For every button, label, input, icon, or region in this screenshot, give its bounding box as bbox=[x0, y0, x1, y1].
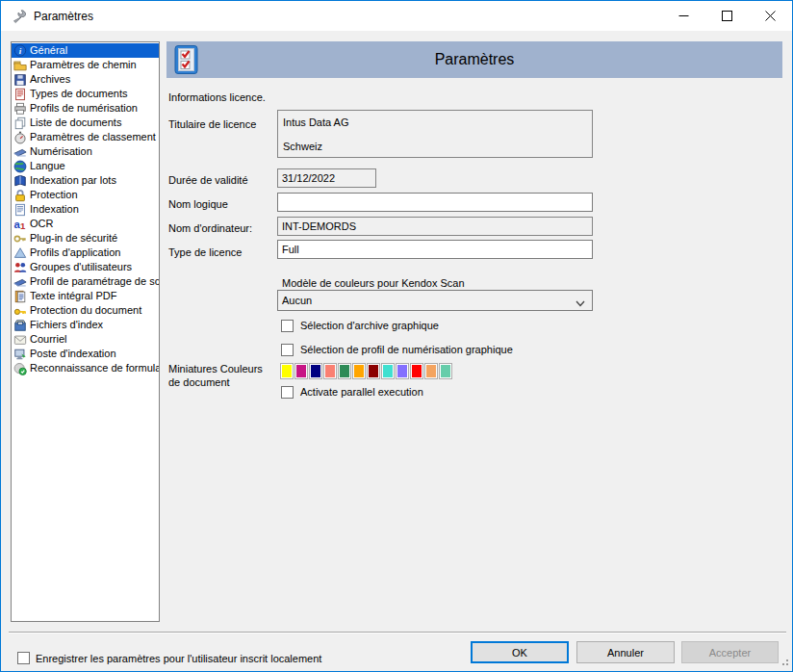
sidebar-item-label: Courriel bbox=[30, 332, 67, 347]
computer-name-label: Nom d'ordinateur: bbox=[168, 222, 252, 234]
sidebar-item-label: Langue bbox=[30, 159, 65, 173]
sidebar-item[interactable]: Types de documents bbox=[12, 87, 159, 101]
sidebar-item[interactable]: Archives bbox=[12, 72, 159, 87]
sidebar-item[interactable]: Courriel bbox=[12, 332, 159, 347]
cancel-button[interactable]: Annuler bbox=[576, 641, 675, 663]
ok-button[interactable]: OK bbox=[471, 641, 569, 663]
archive-selection-checkbox[interactable] bbox=[281, 320, 294, 332]
color-swatch-fill bbox=[354, 365, 364, 377]
sidebar-item-label: Liste de documents bbox=[30, 116, 121, 130]
color-swatch[interactable] bbox=[396, 363, 409, 379]
color-swatch-fill bbox=[441, 365, 450, 377]
sidebar-item-label: Profils de numérisation bbox=[30, 101, 138, 116]
document-key-icon bbox=[13, 304, 27, 318]
logical-name-input[interactable] bbox=[277, 193, 593, 212]
maximize-button[interactable] bbox=[705, 1, 749, 31]
form-recognition-icon bbox=[13, 362, 27, 375]
color-model-label: Modèle de couleurs pour Kendox Scan bbox=[282, 277, 465, 289]
sidebar-item[interactable]: Poste d'indexation bbox=[12, 347, 159, 361]
security-keys-icon bbox=[13, 232, 27, 246]
minimize-icon bbox=[678, 11, 689, 21]
archive-selection-label: Sélection d'archive graphique bbox=[300, 320, 439, 331]
sidebar-item[interactable]: Texte intégral PDF bbox=[12, 289, 159, 303]
svg-text:1: 1 bbox=[20, 220, 26, 230]
sidebar-item-label: Archives bbox=[30, 72, 70, 87]
logical-name-label: Nom logique bbox=[168, 198, 228, 210]
license-type-label: Type de licence bbox=[168, 246, 242, 258]
sidebar-item[interactable]: Plug-in de sécurité bbox=[12, 231, 159, 246]
color-swatch-fill bbox=[397, 365, 407, 377]
sidebar-item-label: Profils d'application bbox=[30, 246, 120, 260]
sidebar-item[interactable]: Langue bbox=[12, 159, 159, 173]
sidebar-item[interactable]: Fichiers d'index bbox=[12, 318, 159, 332]
sidebar-item[interactable]: Indexation par lots bbox=[12, 173, 159, 188]
validity-label: Durée de validité bbox=[168, 174, 248, 186]
page-title: Paramètres bbox=[166, 51, 782, 68]
sidebar-item-label: Plug-in de sécurité bbox=[30, 231, 117, 246]
sidebar-item[interactable]: Paramètres de classement bbox=[12, 130, 159, 144]
sidebar-item[interactable]: Reconnaissance de formula bbox=[12, 361, 159, 375]
sidebar-item[interactable]: Protection du document bbox=[12, 303, 159, 318]
sidebar-item[interactable]: Liste de documents bbox=[12, 116, 159, 130]
padlock-icon bbox=[13, 189, 27, 202]
license-type-field: Full bbox=[277, 240, 593, 259]
sidebar-item-label: Profil de paramétrage de sc bbox=[30, 274, 159, 289]
sidebar-item[interactable]: Profil de paramétrage de sc bbox=[12, 274, 159, 289]
printer-icon bbox=[13, 102, 27, 116]
close-button[interactable] bbox=[749, 1, 792, 31]
color-swatch-fill bbox=[296, 365, 306, 377]
color-swatch[interactable] bbox=[439, 363, 452, 379]
mail-icon bbox=[13, 333, 27, 347]
color-swatch-fill bbox=[369, 365, 378, 377]
color-swatch[interactable] bbox=[381, 363, 395, 379]
sidebar-item[interactable]: Groupes d'utilisateurs bbox=[12, 260, 159, 274]
sidebar-item-label: Indexation par lots bbox=[30, 173, 116, 188]
validity-field: 31/12/2022 bbox=[277, 168, 376, 188]
color-swatch[interactable] bbox=[424, 363, 438, 379]
sidebar-item[interactable]: Indexation bbox=[12, 202, 159, 217]
sidebar-item[interactable]: Paramètres de chemin bbox=[12, 58, 159, 72]
index-station-icon bbox=[13, 348, 27, 361]
license-holder-label: Titulaire de licence bbox=[168, 118, 256, 130]
sidebar-item-label: Groupes d'utilisateurs bbox=[30, 260, 132, 274]
color-model-select[interactable]: Aucun bbox=[277, 290, 593, 311]
scanner-icon bbox=[13, 145, 27, 159]
sidebar-item-label: Paramètres de chemin bbox=[30, 58, 137, 72]
sidebar-item-label: Indexation bbox=[30, 202, 79, 217]
color-swatch-fill bbox=[325, 365, 335, 377]
sidebar-item-label: Types de documents bbox=[30, 87, 128, 101]
color-swatch[interactable] bbox=[309, 363, 322, 379]
color-swatch[interactable] bbox=[323, 363, 337, 379]
color-swatch[interactable] bbox=[410, 363, 423, 379]
color-swatch[interactable] bbox=[338, 363, 351, 379]
sidebar-item-label: OCR bbox=[30, 217, 53, 231]
sidebar-item-label: Texte intégral PDF bbox=[30, 289, 116, 303]
sidebar-item-label: Protection du document bbox=[30, 303, 141, 318]
parallel-execution-checkbox[interactable] bbox=[281, 386, 294, 399]
color-swatch[interactable] bbox=[367, 363, 380, 379]
sidebar-item-label: Paramètres de classement bbox=[30, 130, 156, 144]
scan-profile-icon bbox=[13, 275, 27, 289]
resize-grip[interactable] bbox=[780, 657, 789, 668]
scan-profile-selection-checkbox[interactable] bbox=[281, 344, 294, 356]
color-model-selected-value: Aucun bbox=[282, 295, 312, 306]
color-swatch[interactable] bbox=[280, 363, 294, 379]
checklist-icon bbox=[174, 44, 199, 77]
index-files-icon bbox=[13, 319, 27, 332]
pdf-text-icon bbox=[13, 290, 27, 303]
color-swatch-fill bbox=[311, 365, 320, 377]
minimize-button[interactable] bbox=[662, 1, 705, 31]
settings-category-list[interactable]: iGénéralParamètres de cheminArchivesType… bbox=[11, 41, 160, 622]
save-local-user-checkbox[interactable] bbox=[17, 652, 30, 664]
color-swatch-fill bbox=[426, 365, 436, 377]
sidebar-item[interactable]: Profils de numérisation bbox=[12, 101, 159, 116]
sidebar-item[interactable]: Numérisation bbox=[12, 144, 159, 159]
sidebar-item[interactable]: Profils d'application bbox=[12, 246, 159, 260]
color-swatch-fill bbox=[412, 365, 422, 377]
book-icon bbox=[13, 174, 27, 188]
color-swatch[interactable] bbox=[352, 363, 366, 379]
sidebar-item[interactable]: iGénéral bbox=[12, 43, 159, 58]
color-swatch[interactable] bbox=[294, 363, 308, 379]
sidebar-item[interactable]: Protection bbox=[12, 188, 159, 202]
sidebar-item[interactable]: a1OCR bbox=[12, 217, 159, 231]
